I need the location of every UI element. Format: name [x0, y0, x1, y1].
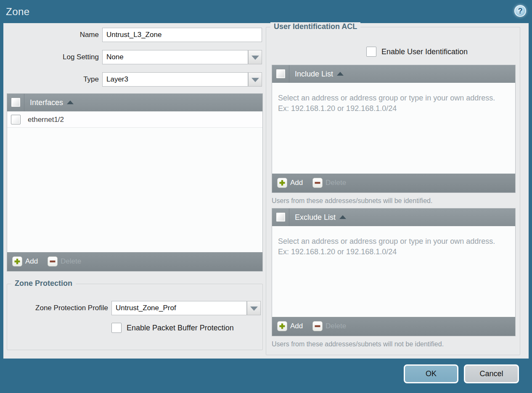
type-input[interactable]	[102, 72, 248, 87]
interfaces-column-header: Interfaces	[30, 98, 63, 107]
interfaces-table: Interfaces ethernet1/2 Add De	[7, 93, 263, 272]
name-label: Name	[3, 28, 99, 42]
select-all-checkbox[interactable]	[11, 98, 21, 107]
zone-protection-legend: Zone Protection	[11, 279, 76, 288]
delete-button-label: Delete	[326, 179, 346, 187]
add-button[interactable]: Add	[277, 321, 303, 331]
sort-asc-icon	[339, 215, 346, 219]
zone-protection-profile-dropdown-button[interactable]	[247, 301, 261, 315]
include-list-toolbar: Add Delete	[272, 174, 515, 193]
plus-icon	[277, 321, 287, 331]
enable-user-identification-label: Enable User Identification	[381, 47, 468, 56]
dialog-body: Name Log Setting Type Interfaces	[3, 23, 529, 359]
minus-icon	[312, 178, 323, 188]
header-checkbox-cell	[7, 94, 24, 111]
sort-asc-icon	[337, 72, 344, 76]
enable-user-identification-row: Enable User Identification	[366, 47, 468, 57]
delete-button[interactable]: Delete	[312, 178, 346, 188]
chevron-down-icon	[250, 306, 258, 311]
select-all-checkbox[interactable]	[276, 212, 286, 222]
header-checkbox-cell	[272, 65, 289, 83]
zone-dialog: Zone ? Name Log Setting Type Interfaces	[0, 0, 532, 393]
name-input[interactable]	[102, 28, 262, 42]
header-checkbox-cell	[272, 208, 289, 226]
log-setting-label: Log Setting	[3, 50, 99, 64]
log-setting-input[interactable]	[102, 50, 248, 64]
type-label: Type	[3, 72, 99, 87]
interfaces-table-toolbar: Add Delete	[7, 252, 262, 271]
add-button-label: Add	[25, 257, 38, 266]
packet-buffer-checkbox[interactable]	[111, 323, 122, 333]
zone-protection-profile-input[interactable]	[111, 301, 247, 315]
user-identification-acl-section: User Identification ACL Enable User Iden…	[266, 27, 520, 355]
chevron-down-icon	[251, 78, 259, 82]
delete-button[interactable]: Delete	[312, 321, 346, 331]
packet-buffer-label: Enable Packet Buffer Protection	[127, 324, 234, 332]
zone-protection-profile-label: Zone Protection Profile	[11, 301, 108, 315]
exclude-list-table: Exclude List Select an address or addres…	[272, 208, 516, 336]
table-row[interactable]: ethernet1/2	[7, 111, 262, 128]
dialog-titlebar: Zone ?	[0, 0, 532, 23]
exclude-list-placeholder: Select an address or address group or ty…	[278, 236, 498, 257]
exclude-list-column-header: Exclude List	[295, 213, 336, 222]
exclude-list-note: Users from these addresses/subnets will …	[272, 340, 444, 348]
minus-icon	[48, 256, 58, 266]
include-list-placeholder: Select an address or address group or ty…	[278, 93, 498, 114]
type-dropdown-button[interactable]	[248, 72, 262, 87]
include-list-header[interactable]: Include List	[272, 65, 515, 83]
exclude-list-header[interactable]: Exclude List	[272, 208, 515, 226]
add-button[interactable]: Add	[12, 256, 38, 266]
log-setting-dropdown-button[interactable]	[248, 50, 262, 64]
delete-button-label: Delete	[61, 257, 81, 266]
minus-icon	[312, 321, 323, 331]
add-button-label: Add	[290, 179, 303, 187]
sort-asc-icon	[67, 100, 74, 104]
include-list-column-header: Include List	[295, 70, 333, 78]
interfaces-table-header[interactable]: Interfaces	[7, 94, 262, 111]
add-button[interactable]: Add	[277, 178, 303, 188]
delete-button-label: Delete	[326, 322, 346, 330]
add-button-label: Add	[290, 322, 303, 330]
include-list-note: Users from these addresses/subnets will …	[272, 197, 432, 205]
dialog-title: Zone	[6, 0, 30, 23]
delete-button[interactable]: Delete	[48, 256, 81, 266]
zone-protection-section: Zone Protection Zone Protection Profile …	[7, 284, 263, 350]
row-checkbox[interactable]	[11, 115, 21, 124]
user-identification-acl-legend: User Identification ACL	[270, 22, 360, 31]
ok-button[interactable]: OK	[404, 364, 458, 383]
select-all-checkbox[interactable]	[276, 69, 286, 79]
chevron-down-icon	[251, 55, 259, 60]
packet-buffer-row: Enable Packet Buffer Protection	[111, 323, 234, 333]
exclude-list-toolbar: Add Delete	[272, 317, 515, 336]
help-icon[interactable]: ?	[514, 5, 526, 17]
plus-icon	[12, 256, 22, 266]
plus-icon	[277, 178, 287, 188]
cancel-button[interactable]: Cancel	[464, 364, 519, 383]
include-list-table: Include List Select an address or addres…	[272, 65, 516, 193]
interface-name: ethernet1/2	[28, 111, 64, 128]
enable-user-identification-checkbox[interactable]	[366, 47, 376, 57]
